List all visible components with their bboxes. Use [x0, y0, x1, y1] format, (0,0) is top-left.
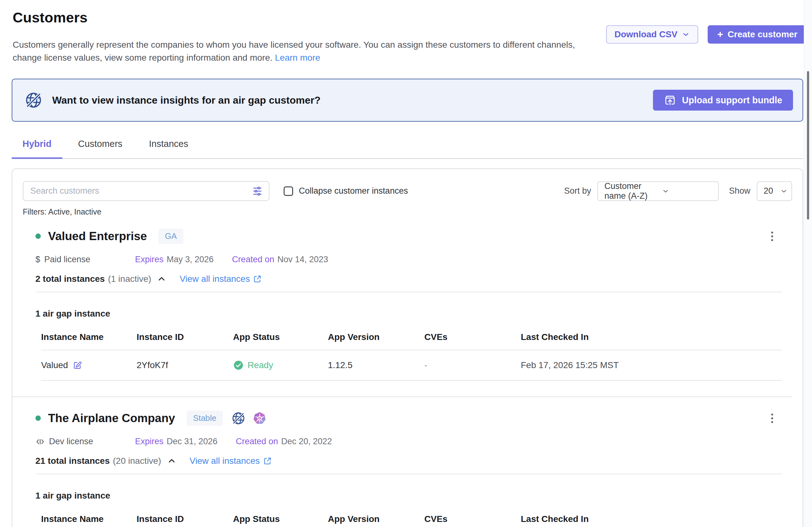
collapse-section-chevron-up-icon[interactable]: [167, 456, 176, 466]
tab-instances[interactable]: Instances: [138, 139, 199, 159]
expires-label: Expires: [135, 255, 163, 265]
customer-name[interactable]: Valued Enterprise: [48, 230, 147, 243]
view-all-instances-label: View all instances: [179, 274, 250, 284]
col-app-status: App Status: [233, 514, 328, 524]
customer-name-row: The Airplane Company Stable: [35, 410, 792, 426]
expires-pair: Expires May 3, 2026: [135, 255, 214, 265]
divider: [35, 473, 782, 474]
chevron-down-icon: [780, 187, 788, 195]
airgap-instances-table: Instance Name Instance ID App Status App…: [41, 514, 782, 527]
license-type: Dev license: [35, 437, 135, 447]
collapse-instances-label: Collapse customer instances: [299, 186, 408, 196]
expires-label: Expires: [135, 437, 163, 447]
banner-title: Want to view instance insights for an ai…: [52, 94, 321, 106]
air-gap-icon: [231, 411, 246, 425]
customer-meta-row: $ Paid license Expires May 3, 2026 Creat…: [35, 255, 792, 265]
divider: [35, 291, 782, 292]
customer-card-airplane-company: The Airplane Company Stable: [23, 410, 792, 527]
col-last-checked-in: Last Checked In: [521, 514, 782, 524]
download-csv-label: Download CSV: [614, 29, 677, 40]
created-pair: Created on Nov 14, 2023: [232, 255, 328, 265]
customer-name[interactable]: The Airplane Company: [48, 412, 175, 425]
col-instance-name: Instance Name: [41, 332, 136, 342]
customer-menu-kebab-icon[interactable]: [769, 411, 775, 425]
view-all-instances-link[interactable]: View all instances: [179, 274, 262, 284]
scrollbar-thumb[interactable]: [807, 71, 809, 220]
expires-pair: Expires Dec 31, 2026: [135, 437, 218, 447]
license-type: $ Paid license: [35, 255, 135, 265]
customer-menu-kebab-icon[interactable]: [769, 229, 775, 244]
instances-summary-row: 21 total instances (20 inactive) View al…: [35, 456, 792, 466]
col-instance-id: Instance ID: [136, 332, 233, 342]
instance-name-cell: Valued: [41, 360, 136, 370]
airgap-instances-heading: 1 air gap instance: [35, 309, 792, 319]
plus-icon: +: [717, 29, 723, 39]
table-header-row: Instance Name Instance ID App Status App…: [41, 514, 782, 527]
cves: -: [424, 360, 521, 370]
view-all-instances-link[interactable]: View all instances: [190, 456, 272, 466]
collapse-instances-checkbox[interactable]: [284, 186, 293, 196]
sort-select-value: Customer name (A-Z): [604, 181, 655, 201]
show-select[interactable]: 20: [757, 181, 792, 201]
instances-summary-row: 2 total instances (1 inactive) View all …: [35, 274, 792, 284]
tab-hybrid[interactable]: Hybrid: [12, 139, 62, 159]
learn-more-link[interactable]: Learn more: [275, 53, 320, 63]
created-date: Nov 14, 2023: [277, 255, 328, 265]
col-app-version: App Version: [328, 514, 424, 524]
created-on-label: Created on: [236, 437, 278, 447]
license-type-label: Paid license: [44, 255, 90, 265]
show-label: Show: [729, 186, 750, 196]
scrollbar-track[interactable]: [804, 0, 812, 527]
col-last-checked-in: Last Checked In: [521, 332, 782, 342]
channel-badge: Stable: [187, 410, 223, 426]
inactive-instances-count: (20 inactive): [113, 456, 161, 466]
app-version: 1.12.5: [328, 360, 424, 370]
sort-select[interactable]: Customer name (A-Z): [597, 181, 719, 201]
active-status-dot: [35, 234, 41, 239]
edit-icon[interactable]: [73, 361, 82, 370]
view-all-instances-label: View all instances: [190, 456, 260, 466]
airgap-instances-heading: 1 air gap instance: [35, 491, 792, 501]
customer-card-valued-enterprise: Valued Enterprise GA $ Paid license Expi…: [23, 228, 792, 381]
app-status: Ready: [248, 360, 273, 370]
airgap-instances-table: Instance Name Instance ID App Status App…: [41, 332, 782, 381]
kubernetes-icon: [253, 411, 266, 425]
collapse-section-chevron-up-icon[interactable]: [157, 274, 166, 284]
search-wrap: [23, 181, 270, 201]
page-header: Customers Download CSV + Create customer…: [0, 0, 812, 64]
col-instance-id: Instance ID: [136, 514, 233, 524]
filter-sliders-icon[interactable]: [252, 185, 263, 197]
inactive-instances-count: (1 inactive): [108, 274, 151, 284]
external-link-icon: [263, 456, 272, 465]
create-customer-label: Create customer: [728, 29, 797, 40]
airgap-banner: Want to view instance insights for an ai…: [12, 79, 803, 122]
section-divider: [12, 396, 792, 397]
collapse-instances-control: Collapse customer instances: [284, 186, 408, 196]
col-app-status: App Status: [233, 332, 328, 342]
upload-support-bundle-button[interactable]: Upload support bundle: [653, 90, 793, 110]
external-link-icon: [253, 274, 262, 283]
chevron-down-icon: [662, 187, 712, 195]
expires-date: Dec 31, 2026: [166, 437, 218, 447]
search-input[interactable]: [23, 181, 270, 201]
customer-type-icons: [231, 411, 266, 425]
page-description: Customers generally represent the compan…: [13, 39, 585, 64]
active-filters-text: Filters: Active, Inactive: [23, 207, 792, 216]
table-row: Valued 2YfoK7f Ready: [41, 350, 782, 381]
upload-icon: [664, 94, 676, 106]
instance-id: 2YfoK7f: [136, 360, 233, 370]
customer-list-card: Collapse customer instances Sort by Cust…: [12, 168, 803, 527]
table-header-row: Instance Name Instance ID App Status App…: [41, 332, 782, 350]
col-app-version: App Version: [328, 332, 424, 342]
active-status-dot: [35, 416, 41, 421]
total-instances-count: 21 total instances: [35, 456, 110, 466]
last-checked-in: Feb 17, 2026 15:25 MST: [521, 360, 782, 370]
check-circle-icon: [233, 360, 244, 371]
download-csv-button[interactable]: Download CSV: [606, 25, 698, 44]
tab-customers[interactable]: Customers: [67, 139, 133, 159]
total-instances-count: 2 total instances: [35, 274, 105, 284]
tab-bar: Hybrid Customers Instances: [12, 139, 803, 159]
dollar-icon: $: [35, 255, 40, 265]
create-customer-button[interactable]: + Create customer: [708, 25, 807, 44]
col-cves: CVEs: [424, 514, 521, 524]
